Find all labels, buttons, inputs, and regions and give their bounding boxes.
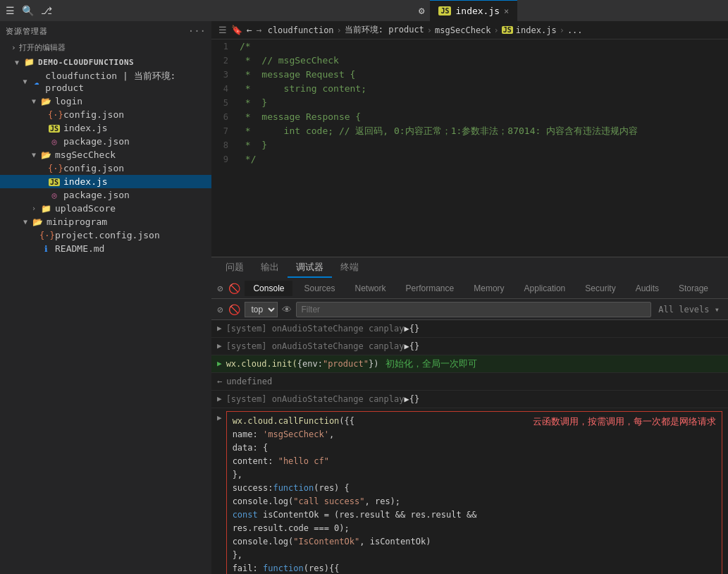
index-js-2-label: index.js — [63, 176, 108, 187]
sidebar-item-cloudfunction[interactable]: ▼ ☁ cloudfunction | 当前环境: product — [0, 68, 211, 94]
code-editor[interactable]: 1 /* 2 * // msgSecCheck 3 * message Requ… — [211, 39, 728, 257]
sidebar-more-button[interactable]: ··· — [188, 25, 206, 37]
console-tab-storage[interactable]: Storage — [670, 281, 717, 296]
cloud-icon: ☁ — [30, 77, 42, 87]
console-line-codeblock: ▶ wx.cloud.callFunction({{ name: 'msgSec… — [211, 408, 728, 574]
console-tab-application[interactable]: Application — [516, 281, 574, 296]
breadcrumb: ☰ 🔖 ← → cloudfunction › 当前环境: product › … — [211, 21, 728, 39]
folder-icon: 📁 — [23, 57, 35, 67]
tab-output[interactable]: 输出 — [252, 258, 288, 278]
console-tab-sources[interactable]: Sources — [295, 281, 343, 296]
settings-icon[interactable]: ⚙ — [419, 5, 424, 16]
open-editors-section[interactable]: ›打开的编辑器 — [0, 41, 211, 54]
msgseccheck-arrow: ▼ — [28, 151, 39, 159]
console-filter-icon[interactable]: 🚫 — [227, 281, 242, 295]
tab-debugger[interactable]: 调试器 — [288, 258, 332, 278]
tab-indexjs[interactable]: JS index.js × — [430, 0, 517, 21]
code-line-4: 4 * string content; — [211, 82, 728, 96]
console-toolbar: ⊘ 🚫 Console Sources Network Performance … — [211, 278, 728, 299]
console-tab-console[interactable]: Console — [245, 281, 292, 296]
project-root[interactable]: ▼ 📁 DEMO-CLOUDFUNCTIONS — [0, 56, 211, 68]
hamburger-icon[interactable]: ☰ — [218, 25, 227, 35]
sidebar-title: 资源管理器 — [6, 26, 47, 37]
console-output[interactable]: ▶ [system] onAudioStateChange canplay ▶{… — [211, 320, 728, 574]
tab-bar: JS index.js × — [430, 0, 722, 21]
breadcrumb-msgseccheck[interactable]: msgSecCheck — [435, 25, 491, 35]
search-icon[interactable]: 🔍 — [22, 5, 34, 16]
source-control-icon[interactable]: ⎇ — [41, 5, 52, 16]
js-icon-1: JS — [48, 123, 61, 133]
console-tab-security[interactable]: Security — [576, 281, 624, 296]
breadcrumb-ellipsis[interactable]: ... — [567, 25, 583, 35]
sidebar: 资源管理器 ··· ›打开的编辑器 ▼ 📁 DEMO-CLOUDFUNCTION… — [0, 21, 211, 574]
console-stop-icon[interactable]: ⊘ — [216, 281, 224, 295]
sidebar-item-readme[interactable]: ℹ README.md — [0, 242, 211, 255]
index-js-1-label: index.js — [63, 123, 108, 133]
breadcrumb-indexjs[interactable]: index.js — [516, 25, 557, 35]
tab-issues[interactable]: 问题 — [217, 258, 252, 278]
console-clear-icon[interactable]: ⊘ — [216, 303, 224, 317]
project-name: DEMO-CLOUDFUNCTIONS — [38, 58, 134, 67]
sidebar-item-package-json-2[interactable]: ◎ package.json — [0, 188, 211, 202]
breadcrumb-nav: ☰ 🔖 ← → — [218, 25, 262, 35]
tab-close-button[interactable]: × — [504, 6, 509, 16]
sidebar-item-index-js-1[interactable]: JS index.js — [0, 121, 211, 135]
cloudfunction-label: cloudfunction | 当前环境: product — [45, 70, 211, 93]
main-layout: 资源管理器 ··· ›打开的编辑器 ▼ 📁 DEMO-CLOUDFUNCTION… — [0, 21, 728, 574]
console-tab-audits[interactable]: Audits — [627, 281, 667, 296]
sidebar-item-package-json-1[interactable]: ◎ package.json — [0, 135, 211, 148]
menu-icon[interactable]: ☰ — [6, 5, 15, 16]
console-line-system-3: ▶ [system] onAudioStateChange canplay ▶{… — [211, 391, 728, 408]
init-annotation: 初始化，全局一次即可 — [385, 357, 477, 371]
pkg-icon-1: ◎ — [48, 137, 61, 147]
pkg-icon-2: ◎ — [48, 190, 61, 200]
top-bar-icons: ☰ 🔍 ⎇ ⚙ — [6, 5, 424, 16]
console-tab-performance[interactable]: Performance — [397, 281, 463, 296]
folder-icon-login: 📂 — [39, 97, 52, 106]
login-arrow: ▼ — [28, 97, 39, 105]
breadcrumb-js-icon: JS — [502, 26, 513, 34]
forward-icon[interactable]: → — [257, 25, 262, 35]
code-line-9: 9 */ — [211, 152, 728, 166]
console-filter-bar: ⊘ 🚫 top 👁 All levels ▾ — [211, 299, 728, 320]
console-tab-memory[interactable]: Memory — [465, 281, 512, 296]
code-block: wx.cloud.callFunction({{ name: 'msgSecCh… — [226, 411, 722, 574]
sidebar-item-uploadscore[interactable]: › 📁 uploadScore — [0, 202, 211, 215]
breadcrumb-env[interactable]: 当前环境: product — [345, 24, 424, 36]
console-line-init: ▶ wx.cloud.init({env:"product"}) 初始化，全局一… — [211, 355, 728, 373]
console-block-icon[interactable]: 🚫 — [227, 303, 242, 317]
tab-label: index.js — [455, 6, 500, 16]
tab-terminal[interactable]: 终端 — [332, 258, 367, 278]
js-icon-2: JS — [48, 177, 61, 187]
info-icon: ℹ — [39, 244, 52, 254]
js-file-icon: JS — [438, 6, 451, 16]
code-line-8: 8 * } — [211, 138, 728, 152]
code-line-7: 7 * int code; // 返回码, 0:内容正常；1:参数非法；8701… — [211, 124, 728, 138]
folder-icon-msgseccheck: 📂 — [39, 150, 52, 160]
console-eye-icon[interactable]: 👁 — [280, 303, 293, 317]
back-icon[interactable]: ← — [247, 25, 252, 35]
sidebar-item-login[interactable]: ▼ 📂 login — [0, 94, 211, 108]
config-json-1-label: config.json — [63, 109, 124, 120]
sidebar-item-config-json-1[interactable]: {·} config.json — [0, 108, 211, 121]
console-tab-network[interactable]: Network — [347, 281, 395, 296]
filter-input[interactable] — [296, 302, 651, 317]
context-select[interactable]: top — [245, 302, 278, 317]
breadcrumb-cloudfunction[interactable]: cloudfunction — [268, 25, 334, 35]
sidebar-item-miniprogram[interactable]: ▼ 📂 miniprogram — [0, 215, 211, 228]
sidebar-item-msgseccheck[interactable]: ▼ 📂 msgSecCheck — [0, 148, 211, 161]
bookmark-icon[interactable]: 🔖 — [231, 25, 242, 35]
login-label: login — [55, 96, 82, 106]
sidebar-item-project-config[interactable]: {·} project.config.json — [0, 228, 211, 242]
readme-label: README.md — [55, 243, 104, 254]
console-line-system-1: ▶ [system] onAudioStateChange canplay ▶{… — [211, 320, 728, 338]
levels-dropdown[interactable]: All levels ▾ — [654, 303, 724, 316]
sidebar-item-config-json-2[interactable]: {·} config.json — [0, 161, 211, 175]
msgseccheck-label: msgSecCheck — [55, 149, 116, 160]
miniprogram-arrow: ▼ — [20, 218, 31, 226]
collapse-arrow: ▼ — [11, 59, 23, 66]
folder-icon-miniprogram: 📂 — [31, 217, 44, 227]
sidebar-item-index-js-2[interactable]: JS index.js — [0, 175, 211, 188]
project-config-label: project.config.json — [55, 230, 160, 240]
code-line-6: 6 * message Response { — [211, 110, 728, 124]
